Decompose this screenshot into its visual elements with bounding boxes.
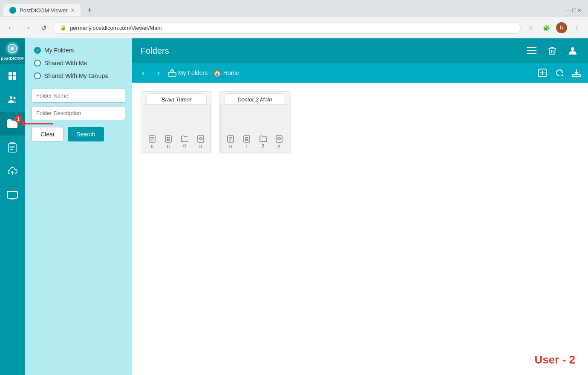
breadcrumb-refresh-button[interactable] — [553, 66, 566, 79]
tab-favicon — [9, 7, 16, 14]
breadcrumb-download-button[interactable] — [570, 66, 583, 79]
nav-back-button[interactable]: ← — [5, 22, 17, 34]
svg-point-35 — [167, 137, 170, 140]
shared-with-groups-radio — [34, 72, 41, 79]
folder-name-input[interactable] — [32, 89, 125, 103]
folder-stats-brain-tumor: 0 0 — [142, 135, 210, 149]
svg-rect-17 — [527, 47, 536, 48]
folder2-stat-2: 2 — [259, 135, 267, 149]
folder-badge: 1 — [14, 115, 22, 123]
profile-avatar: U — [556, 22, 567, 33]
browser-tab[interactable]: PostDICOM Viewer × — [3, 4, 81, 16]
my-folders-check-icon: ✓ — [34, 47, 41, 54]
breadcrumb-home-label[interactable]: Home — [223, 69, 239, 76]
refresh-icon — [555, 69, 564, 77]
main-content: Folders — [132, 38, 588, 375]
stat-icon-1 — [164, 135, 172, 143]
folder-description-input[interactable] — [32, 106, 125, 120]
sidebar-item-folders[interactable]: 1 — [0, 112, 25, 136]
breadcrumb-back-button[interactable]: ‹ — [137, 67, 149, 79]
stat2-icon-2 — [259, 135, 267, 142]
users-icon — [6, 94, 18, 106]
stat-icon-3 — [197, 135, 205, 143]
svg-rect-14 — [7, 191, 17, 198]
folder2-stat-0: 0 — [227, 135, 234, 149]
folder-stat-1: 0 — [164, 135, 172, 149]
clear-button[interactable]: Clear — [32, 127, 63, 141]
nav-item-my-folders[interactable]: ✓ My Folders — [32, 45, 125, 55]
svg-rect-37 — [198, 136, 204, 142]
stat-num-3: 0 — [199, 144, 202, 149]
browser-tabs: PostDICOM Viewer × + — □ × — [0, 0, 588, 17]
new-tab-button[interactable]: + — [84, 6, 95, 15]
folder2-stat-3: 2 — [275, 135, 283, 149]
sidebar-item-monitor[interactable] — [0, 183, 25, 207]
sidebar-item-cloud[interactable] — [0, 159, 25, 183]
svg-point-8 — [14, 97, 16, 99]
folder2-stat-1: 1 — [243, 135, 251, 149]
sidebar-item-clipboard[interactable] — [0, 136, 25, 159]
monitor-icon — [6, 189, 18, 201]
nav-forward-button[interactable]: → — [21, 22, 33, 34]
window-minimize[interactable]: — — [565, 7, 571, 14]
folder-tab-doctor-2-main: Doctor 2 Main — [225, 93, 285, 105]
svg-rect-6 — [13, 76, 16, 80]
user-icon — [568, 46, 577, 55]
svg-rect-5 — [9, 76, 12, 80]
search-section: Clear Search — [32, 89, 125, 141]
folder-card-doctor-2-main[interactable]: Doctor 2 Main 0 — [219, 91, 291, 154]
breadcrumb-path: My Folders - 🏠 Home — [168, 69, 239, 77]
list-icon — [527, 47, 536, 55]
app-logo: postDICOM — [0, 38, 25, 64]
icon-sidebar: postDICOM — [0, 38, 25, 375]
header-list-button[interactable] — [525, 44, 539, 58]
nav-item-shared-with-groups[interactable]: Shared With My Groups — [32, 71, 125, 81]
address-bar[interactable]: 🔒 germany.postdicom.com/Viewer/Main — [54, 22, 521, 34]
user-label: User - 2 — [535, 353, 575, 366]
sidebar-item-grid[interactable] — [0, 64, 25, 88]
folder-card-brain-tumor[interactable]: Brain Tumor 0 — [141, 91, 212, 154]
breadcrumb-add-button[interactable] — [536, 66, 549, 79]
folder-stat-3: 0 — [197, 135, 205, 149]
shared-with-groups-label: Shared With My Groups — [44, 72, 108, 79]
folder-stat-2: 0 — [181, 135, 188, 149]
stat-num-1: 0 — [167, 144, 170, 149]
tab-close-button[interactable]: × — [71, 7, 74, 14]
header-trash-button[interactable] — [545, 44, 559, 58]
breadcrumb-bar: ‹ › My Folders - 🏠 Home — [132, 63, 588, 83]
folder-tab-brain-tumor: Brain Tumor — [146, 93, 207, 105]
stat2-icon-0 — [227, 135, 234, 143]
address-text: germany.postdicom.com/Viewer/Main — [70, 25, 162, 31]
profile-button[interactable]: U — [556, 22, 568, 34]
shared-with-me-label: Shared With Me — [44, 60, 87, 66]
stat2-icon-1 — [243, 135, 251, 143]
logo-svg — [8, 44, 17, 53]
sidebar-item-users[interactable] — [0, 88, 25, 112]
breadcrumb-home-icon: 🏠 — [213, 69, 222, 77]
extensions-icon[interactable]: 🧩 — [540, 22, 552, 34]
lock-icon: 🔒 — [60, 25, 66, 31]
svg-rect-28 — [573, 75, 580, 77]
search-button[interactable]: Search — [68, 127, 104, 141]
bookmark-icon[interactable]: ☆ — [525, 22, 537, 34]
nav-reload-button[interactable]: ↺ — [37, 22, 49, 34]
breadcrumb-actions — [536, 66, 583, 79]
svg-point-43 — [245, 137, 248, 140]
more-options-button[interactable]: ⋮ — [571, 22, 583, 34]
window-expand[interactable]: □ — [572, 7, 576, 14]
add-icon — [538, 68, 547, 78]
svg-rect-4 — [13, 72, 16, 75]
cloud-upload-icon — [6, 165, 18, 177]
folder-stat-0: 0 — [148, 135, 156, 149]
folder-name-doctor-2-main: Doctor 2 Main — [234, 96, 276, 103]
download-icon — [572, 69, 581, 77]
stat2-icon-3 — [275, 135, 283, 143]
window-close[interactable]: × — [578, 7, 581, 14]
svg-rect-42 — [244, 136, 250, 142]
grid-icon — [6, 70, 18, 82]
logo-icon — [6, 42, 19, 55]
nav-item-shared-with-me[interactable]: Shared With Me — [32, 58, 125, 68]
header-user-button[interactable] — [566, 44, 579, 58]
svg-rect-34 — [165, 136, 171, 142]
breadcrumb-forward-button[interactable]: › — [153, 67, 164, 79]
